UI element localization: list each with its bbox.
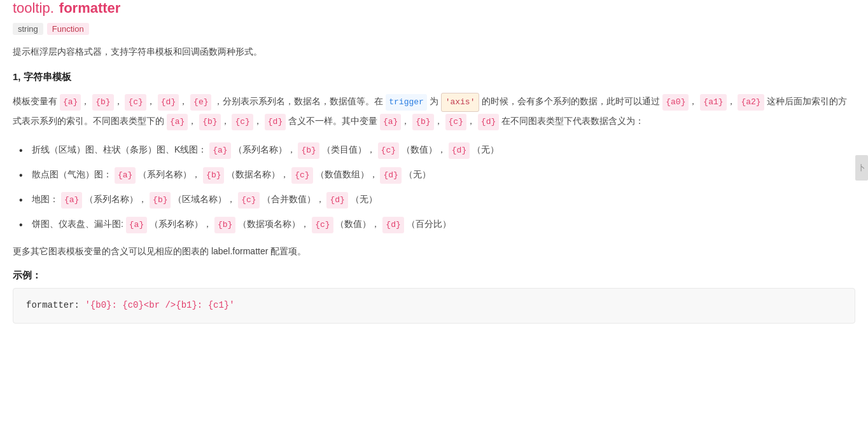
li1-c: {c} (378, 142, 399, 159)
scrollbar-hint[interactable]: 卜 (855, 155, 868, 181)
var-c: {c} (125, 94, 146, 111)
li1-a-label: （系列名称）， (234, 144, 296, 154)
code-value-formatter: '{b0}: {c0}<br />{b1}: {c1}' (85, 300, 234, 310)
li3-d-label: （无） (351, 194, 377, 204)
var-a: {a} (60, 94, 81, 111)
li2-d: {d} (380, 167, 401, 184)
para1-for: 为 (430, 96, 441, 106)
var-a1: {a1} (700, 94, 726, 111)
var-b: {b} (92, 94, 113, 111)
list-item-1-prefix: 折线（区域）图、柱状（条形）图、K线图： (32, 144, 207, 154)
list-item-3-prefix: 地图： (32, 194, 59, 204)
li1-d: {d} (449, 142, 470, 159)
li2-b-label: （数据名称）， (227, 169, 289, 179)
paragraph1: 模板变量有 {a}， {b}， {c}， {d}， {e} ，分别表示系列名，数… (13, 92, 855, 130)
li1-b-label: （类目值）， (322, 144, 375, 154)
li3-c-label: （合并数值）， (262, 194, 325, 204)
var-d-m: {d} (478, 114, 499, 130)
li2-a: {a} (115, 167, 136, 184)
li2-b: {b} (203, 167, 224, 184)
var-d: {d} (158, 94, 179, 111)
list-item-2-prefix: 散点图（气泡）图： (32, 169, 112, 179)
list-item-2: 散点图（气泡）图： {a} （系列名称）， {b} （数据名称）， {c} （数… (19, 165, 855, 184)
li4-d-label: （百分比） (407, 219, 451, 229)
var-b-end: {b} (199, 114, 220, 130)
li3-a: {a} (61, 192, 82, 209)
li3-b-label: （区域名称）， (173, 194, 235, 204)
li2-c: {c} (291, 167, 312, 184)
example-title: 示例： (13, 270, 855, 282)
var-a-end: {a} (167, 114, 188, 130)
li4-d: {d} (382, 217, 403, 233)
feature-list: 折线（区域）图、柱状（条形）图、K线图： {a} （系列名称）， {b} （类目… (13, 140, 855, 233)
var-b-m: {b} (412, 114, 433, 130)
section1-title: 1, 字符串模板 (13, 71, 855, 83)
li4-a: {a} (126, 217, 147, 233)
li4-c-label: （数值）， (335, 219, 380, 229)
type-badges: string Function (13, 23, 855, 35)
var-a-m: {a} (380, 114, 401, 130)
title-tooltip: tooltip. (13, 0, 54, 17)
badge-string: string (13, 23, 43, 35)
code-key-formatter: formatter: (26, 300, 85, 310)
li2-d-label: （无） (404, 169, 431, 179)
li2-a-label: （系列名称）， (138, 169, 200, 179)
header-line: tooltip. formatter (13, 0, 855, 17)
li4-a-label: （系列名称）， (150, 219, 212, 229)
para1-when: 的时候，会有多个系列的数据，此时可以通过 (482, 96, 662, 106)
footer-text: 更多其它图表模板变量的含义可以见相应的图表的 label.formatter 配… (13, 243, 855, 259)
title-formatter: formatter (59, 0, 121, 17)
li3-d: {d} (326, 192, 347, 209)
li1-d-label: （无） (472, 144, 499, 154)
page-container: tooltip. formatter string Function 提示框浮层… (0, 0, 868, 336)
description: 提示框浮层内容格式器，支持字符串模板和回调函数两种形式。 (13, 44, 855, 60)
list-item-1: 折线（区域）图、柱状（条形）图、K线图： {a} （系列名称）， {b} （类目… (19, 140, 855, 159)
var-a0: {a0} (662, 94, 689, 111)
code-trigger: trigger (386, 94, 427, 111)
badge-function: Function (47, 23, 89, 35)
li1-b: {b} (298, 142, 319, 159)
li3-c: {c} (238, 192, 259, 209)
var-c-end: {c} (232, 114, 253, 130)
li1-a: {a} (209, 142, 230, 159)
para1-before: 模板变量有 (13, 96, 57, 106)
li4-c: {c} (312, 217, 333, 233)
li2-c-label: （数值数组）， (316, 169, 378, 179)
code-block: formatter: '{b0}: {c0}<br />{b1}: {c1}' (13, 288, 855, 323)
var-e: {e} (190, 94, 211, 111)
var-c-m: {c} (445, 114, 466, 130)
para1-meaning-end: 在不同图表类型下代表数据含义为： (501, 116, 644, 126)
code-axis: 'axis' (441, 93, 480, 112)
li3-a-label: （系列名称）， (85, 194, 147, 204)
list-item-4-prefix: 饼图、仪表盘、漏斗图: (32, 219, 123, 229)
li4-b: {b} (214, 217, 235, 233)
li1-c-label: （数值）， (402, 144, 446, 154)
list-item-4: 饼图、仪表盘、漏斗图: {a} （系列名称）， {b} （数据项名称）， {c}… (19, 215, 855, 233)
var-d-end: {d} (265, 114, 286, 130)
li4-b-label: （数据项名称）， (238, 219, 309, 229)
li3-b: {b} (150, 192, 171, 209)
para1-sep: ，分别表示系列名，数据名，数据值等。在 (214, 96, 383, 106)
var-a2: {a2} (738, 94, 764, 111)
list-item-3: 地图： {a} （系列名称）， {b} （区域名称）， {c} （合并数值）， … (19, 190, 855, 209)
para1-end-text: 含义不一样。其中变量 (288, 116, 380, 126)
